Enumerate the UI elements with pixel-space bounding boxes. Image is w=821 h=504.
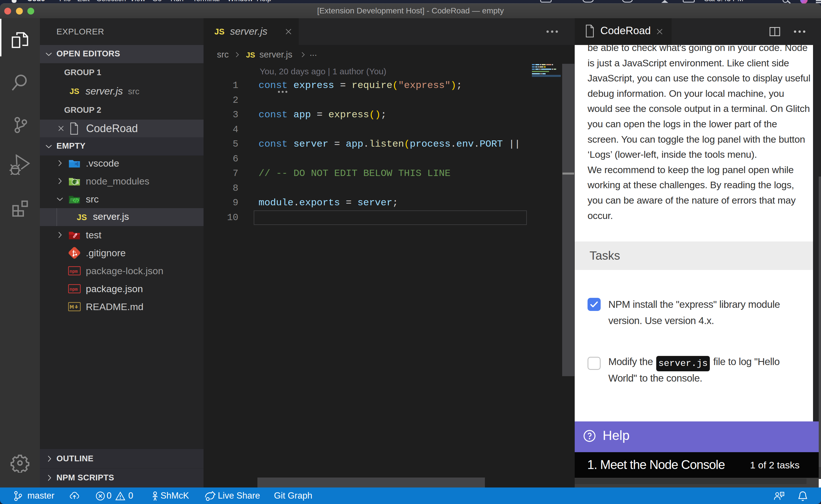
- svg-text:JS: JS: [75, 181, 79, 184]
- svg-text:npm: npm: [70, 287, 78, 292]
- svg-text:npm: npm: [70, 269, 78, 274]
